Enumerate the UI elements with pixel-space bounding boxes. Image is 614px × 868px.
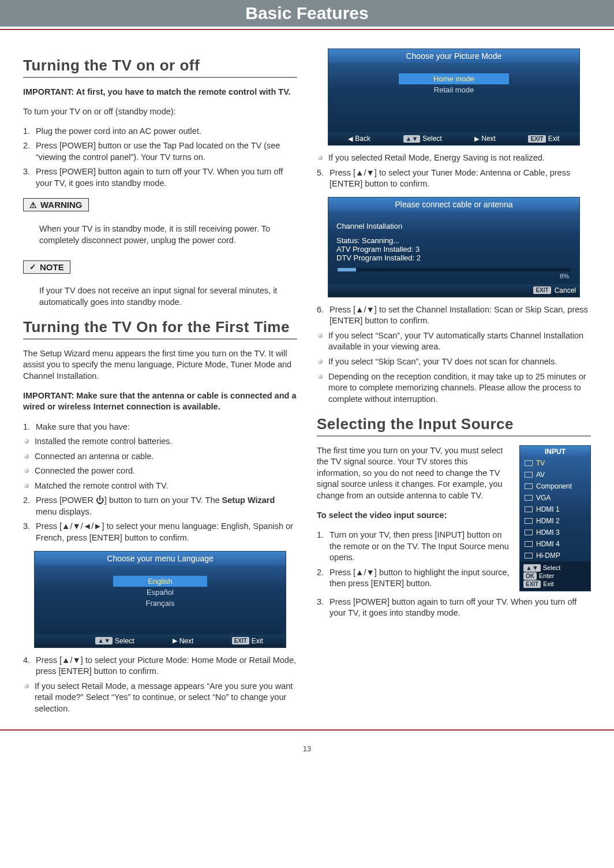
step-text: Press [▲/▼] to set the Channel Installat… bbox=[330, 304, 591, 327]
step-num: 2. bbox=[317, 567, 326, 590]
step-text: Make sure that you have: bbox=[36, 422, 130, 433]
step-num: 1. bbox=[23, 422, 32, 433]
updown-icon: ▲▼ bbox=[523, 564, 541, 572]
tv-icon bbox=[525, 460, 533, 466]
section-title-3: Selecting the Input Source bbox=[317, 415, 591, 433]
updown-icon: ▲▼ bbox=[95, 637, 113, 645]
input-menu-title: INPUT bbox=[520, 446, 590, 457]
footer-select: Select bbox=[543, 564, 561, 571]
footer-select: Select bbox=[115, 637, 134, 645]
input-item-component[interactable]: Component bbox=[520, 480, 590, 492]
osd-option-selected[interactable]: Home mode bbox=[399, 73, 509, 84]
input-item-hdmi4[interactable]: HDMI 4 bbox=[520, 538, 590, 550]
step-num: 3. bbox=[23, 521, 32, 543]
step-text: Press [▲/▼] to select your Picture Mode:… bbox=[36, 655, 297, 677]
check-icon: ✓ bbox=[29, 262, 36, 271]
dmp-icon bbox=[525, 553, 533, 558]
osd-option-selected[interactable]: English bbox=[113, 576, 207, 587]
step-num: 4. bbox=[23, 655, 32, 677]
intro-1: To turn your TV on or off (standby mode)… bbox=[23, 106, 297, 118]
important-1: IMPORTANT: At first, you have to match t… bbox=[23, 87, 297, 98]
footer-select: Select bbox=[422, 135, 441, 143]
list-item: Installed the remote control batteries. bbox=[23, 436, 297, 448]
list-item: Connected an antenna or cable. bbox=[23, 451, 297, 463]
step-num: 2. bbox=[23, 140, 32, 163]
osd-line: ATV Program Installed: 3 bbox=[336, 245, 571, 254]
s2-para1: The Setup Wizard menu appears the first … bbox=[23, 348, 297, 382]
osd-picture-mode: Choose your Picture Mode Home mode Retai… bbox=[328, 49, 580, 146]
footer-exit: Exit bbox=[548, 135, 560, 143]
av-icon bbox=[525, 472, 533, 478]
hdmi-icon bbox=[525, 506, 533, 512]
input-item-hdmi2[interactable]: HDMI 2 bbox=[520, 515, 590, 527]
step-text: Press [POWER ⏻] button to turn on your T… bbox=[36, 495, 297, 517]
list-item: If you selected Retail Mode, Energy Savi… bbox=[317, 152, 591, 164]
osd-line: DTV Program Installed: 2 bbox=[336, 254, 571, 262]
page-banner: Basic Features bbox=[0, 0, 614, 27]
osd-option[interactable]: Español bbox=[43, 587, 278, 598]
osd-heading: Channel Installation bbox=[336, 222, 571, 230]
exit-pill-icon: EXIT bbox=[523, 580, 541, 588]
osd-option[interactable]: Retail mode bbox=[336, 84, 571, 95]
step-text: Press [POWER] button again to turn off y… bbox=[36, 166, 297, 189]
step-num: 6. bbox=[317, 304, 326, 327]
note-label: ✓ NOTE bbox=[23, 260, 70, 274]
list-item: If you select “Skip Scan”, your TV does … bbox=[317, 356, 591, 368]
footer-next: Next bbox=[179, 637, 194, 645]
warning-label-text: WARNING bbox=[40, 200, 83, 210]
list-item: If you select Retail Mode, a message app… bbox=[23, 681, 297, 715]
input-item-tv[interactable]: TV bbox=[520, 457, 590, 469]
step-text: Press [▲/▼] to select your Tuner Mode: A… bbox=[330, 167, 591, 190]
step-text: Press [▲/▼] button to highlight the inpu… bbox=[330, 567, 514, 590]
divider bbox=[23, 338, 297, 340]
osd-title: Choose your Picture Mode bbox=[328, 49, 579, 63]
input-item-vga[interactable]: VGA bbox=[520, 492, 590, 504]
vga-icon bbox=[525, 495, 533, 501]
step-num: 5. bbox=[317, 167, 326, 190]
osd-title: Please connect cable or antenna bbox=[328, 198, 579, 211]
input-item-av[interactable]: AV bbox=[520, 469, 590, 480]
list-item: Depending on the reception condition, it… bbox=[317, 371, 591, 405]
step-num: 3. bbox=[23, 166, 32, 189]
input-item-hidmp[interactable]: Hi-DMP bbox=[520, 550, 590, 561]
input-item-hdmi1[interactable]: HDMI 1 bbox=[520, 504, 590, 515]
step-num: 3. bbox=[317, 597, 326, 619]
updown-icon: ▲▼ bbox=[403, 135, 421, 143]
osd-line: Status: Scanning... bbox=[336, 236, 571, 245]
step-num: 2. bbox=[23, 495, 32, 517]
footer-back: Back bbox=[355, 135, 370, 143]
step-text: Press [▲/▼/◄/►] to select your menu lang… bbox=[36, 521, 297, 543]
divider bbox=[23, 77, 297, 78]
right-icon: ▶ bbox=[173, 638, 177, 644]
left-icon: ◀ bbox=[348, 136, 353, 142]
ok-pill-icon: OK bbox=[523, 572, 537, 580]
component-icon bbox=[525, 483, 533, 489]
footer-enter: Enter bbox=[539, 572, 554, 579]
progress-label: 8% bbox=[336, 273, 571, 280]
footer-cancel: Cancel bbox=[555, 286, 576, 295]
exit-pill-icon: EXIT bbox=[232, 637, 249, 645]
step-num: 1. bbox=[317, 530, 326, 564]
right-icon: ▶ bbox=[474, 136, 479, 142]
progress-bar bbox=[338, 268, 570, 271]
exit-pill-icon: EXIT bbox=[533, 286, 551, 294]
page-number: 13 bbox=[23, 742, 591, 753]
step-num: 1. bbox=[23, 126, 32, 137]
hdmi-icon bbox=[525, 541, 533, 547]
exit-pill-icon: EXIT bbox=[528, 135, 545, 143]
hdmi-icon bbox=[525, 518, 533, 524]
hdmi-icon bbox=[525, 530, 533, 535]
osd-option[interactable]: Français bbox=[43, 598, 278, 609]
note-label-text: NOTE bbox=[40, 262, 64, 272]
list-item: Connected the power cord. bbox=[23, 465, 297, 477]
step-text: Plug the power cord into an AC power out… bbox=[36, 126, 201, 137]
s2-important: IMPORTANT: Make sure that the antenna or… bbox=[23, 390, 297, 413]
section-title-1: Turning the TV on or off bbox=[23, 57, 297, 74]
note-text: If your TV does not receive an input sig… bbox=[39, 285, 297, 308]
warning-label: ⚠ WARNING bbox=[23, 198, 89, 211]
list-item: Matched the remote control with TV. bbox=[23, 480, 297, 492]
footer-next: Next bbox=[481, 135, 496, 143]
step-text: Turn on your TV, then press [INPUT] butt… bbox=[330, 530, 514, 564]
osd-title: Choose your menu Language bbox=[35, 552, 286, 565]
input-item-hdmi3[interactable]: HDMI 3 bbox=[520, 527, 590, 538]
